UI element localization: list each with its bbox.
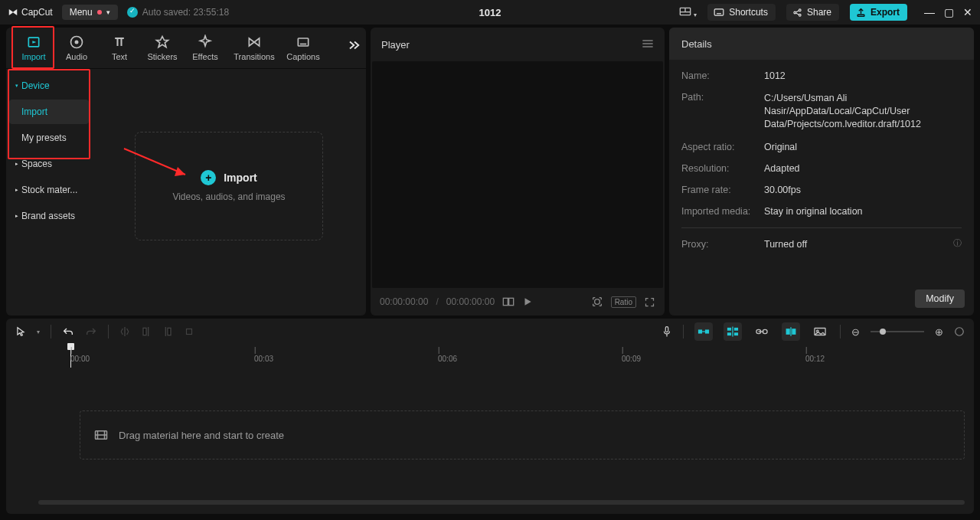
sidebar-stock-material[interactable]: ▸Stock mater... bbox=[9, 178, 89, 202]
tab-effects[interactable]: Effects bbox=[184, 34, 227, 61]
delete-right-button[interactable] bbox=[162, 325, 173, 338]
delete-button[interactable] bbox=[184, 326, 194, 337]
tab-import[interactable]: Import bbox=[12, 34, 55, 61]
details-path-key: Path: bbox=[681, 92, 764, 131]
selection-tool[interactable] bbox=[15, 325, 26, 338]
ratio-button[interactable]: Ratio bbox=[611, 296, 636, 308]
ruler-tick: 00:00 bbox=[70, 346, 90, 363]
sidebar-import[interactable]: Import bbox=[9, 100, 89, 124]
details-name-key: Name: bbox=[681, 70, 764, 81]
timeline-drop-hint[interactable]: Drag material here and start to create bbox=[80, 410, 965, 459]
zoom-slider[interactable] bbox=[871, 331, 924, 332]
export-button[interactable]: Export bbox=[850, 4, 907, 21]
export-icon bbox=[856, 8, 866, 18]
details-title: Details bbox=[669, 28, 974, 60]
svg-rect-45 bbox=[727, 328, 731, 331]
svg-marker-32 bbox=[525, 298, 531, 305]
svg-rect-42 bbox=[698, 329, 702, 333]
preview-axis-button[interactable] bbox=[782, 322, 800, 341]
undo-button[interactable] bbox=[62, 326, 74, 337]
separator bbox=[681, 227, 962, 228]
scale-icon[interactable] bbox=[591, 296, 603, 308]
details-res-key: Resolution: bbox=[681, 163, 764, 174]
keyboard-icon bbox=[714, 8, 724, 17]
share-button[interactable]: Share bbox=[786, 4, 839, 21]
menu-label: Menu bbox=[70, 7, 93, 18]
svg-rect-48 bbox=[734, 332, 738, 335]
effects-icon bbox=[198, 34, 213, 50]
layout-icon[interactable]: ▾ bbox=[679, 6, 697, 19]
ruler-tick: 00:09 bbox=[622, 346, 641, 363]
svg-rect-23 bbox=[298, 38, 308, 46]
zoom-in-button[interactable]: ⊕ bbox=[935, 326, 943, 338]
tab-captions[interactable]: Captions bbox=[282, 34, 325, 61]
help-icon[interactable]: ⓘ bbox=[953, 237, 962, 249]
svg-marker-16 bbox=[32, 41, 36, 43]
svg-rect-30 bbox=[503, 298, 508, 305]
auto-snapping-button[interactable] bbox=[724, 322, 742, 341]
title-bar: CapCut Menu ▾ Auto saved: 23:55:18 1012 … bbox=[0, 0, 980, 25]
menu-notification-dot-icon bbox=[97, 10, 102, 15]
close-button[interactable]: ✕ bbox=[963, 6, 972, 18]
details-name-value: 1012 bbox=[764, 70, 962, 81]
player-controls: 00:00:00:00 / 00:00:00:00 Ratio bbox=[371, 288, 665, 316]
tool-dropdown-icon[interactable]: ▾ bbox=[37, 329, 40, 335]
player-stage[interactable] bbox=[372, 61, 663, 288]
svg-rect-39 bbox=[187, 329, 192, 335]
svg-point-33 bbox=[594, 299, 599, 305]
sidebar-my-presets[interactable]: My presets bbox=[9, 126, 89, 150]
compare-icon[interactable] bbox=[502, 297, 514, 306]
svg-rect-35 bbox=[143, 328, 146, 335]
fullscreen-icon[interactable] bbox=[644, 296, 655, 308]
capcut-logo-icon bbox=[8, 7, 18, 18]
tab-transitions[interactable]: Transitions bbox=[227, 34, 282, 61]
svg-rect-38 bbox=[168, 328, 171, 335]
ruler-tick: 00:06 bbox=[438, 346, 457, 363]
tab-audio[interactable]: Audio bbox=[55, 34, 98, 61]
play-button[interactable] bbox=[522, 296, 533, 307]
film-icon bbox=[94, 430, 108, 440]
shortcuts-button[interactable]: Shortcuts bbox=[707, 4, 776, 21]
delete-left-button[interactable] bbox=[141, 325, 152, 338]
media-sidebar: ▾Device Import My presets ▸Spaces ▸Stock… bbox=[6, 69, 92, 316]
record-audio-button[interactable] bbox=[662, 325, 672, 338]
cover-button[interactable] bbox=[811, 322, 829, 341]
player-panel: Player 00:00:00:00 / 00:00:00:00 Ratio bbox=[371, 28, 665, 316]
audio-icon bbox=[69, 34, 84, 50]
svg-marker-26 bbox=[175, 167, 185, 176]
svg-rect-3 bbox=[714, 9, 724, 15]
details-imported-value: Stay in original location bbox=[764, 206, 962, 217]
svg-point-58 bbox=[956, 328, 964, 336]
tab-stickers[interactable]: Stickers bbox=[141, 34, 184, 61]
project-title[interactable]: 1012 bbox=[479, 7, 501, 18]
linkage-button[interactable] bbox=[753, 322, 771, 341]
app-logo: CapCut bbox=[8, 7, 53, 18]
split-button[interactable] bbox=[119, 325, 130, 338]
sidebar-spaces[interactable]: ▸Spaces bbox=[9, 152, 89, 176]
import-drop-subtitle: Videos, audios, and images bbox=[172, 191, 285, 202]
timeline-panel: ▾ ⊖ ⊕ 00:00 00:03 00:06 00:09 00:12 bbox=[6, 319, 974, 514]
app-name: CapCut bbox=[21, 7, 53, 18]
redo-button[interactable] bbox=[85, 326, 97, 337]
maximize-button[interactable]: ▢ bbox=[944, 6, 954, 18]
svg-marker-22 bbox=[157, 37, 168, 47]
player-menu-icon[interactable] bbox=[642, 39, 654, 51]
menu-button[interactable]: Menu ▾ bbox=[62, 5, 118, 20]
sidebar-device[interactable]: ▾Device bbox=[9, 74, 89, 98]
tabs-scroll-right-icon[interactable] bbox=[348, 40, 361, 53]
minimize-button[interactable]: — bbox=[924, 6, 935, 18]
check-circle-icon bbox=[127, 7, 138, 18]
svg-rect-31 bbox=[509, 298, 514, 305]
share-icon bbox=[792, 8, 802, 18]
sidebar-brand-assets[interactable]: ▸Brand assets bbox=[9, 204, 89, 228]
timeline-scrollbar[interactable] bbox=[15, 500, 965, 509]
timeline-ruler[interactable]: 00:00 00:03 00:06 00:09 00:12 bbox=[70, 345, 965, 361]
modify-button[interactable]: Modify bbox=[915, 289, 965, 308]
autosave-status: Auto saved: 23:55:18 bbox=[127, 7, 229, 18]
zoom-out-button[interactable]: ⊖ bbox=[851, 326, 860, 338]
details-panel: Details Name:1012 Path:C:/Users/Usman Al… bbox=[669, 28, 974, 316]
zoom-fit-button[interactable] bbox=[954, 326, 965, 337]
timeline-tracks[interactable]: Drag material here and start to create bbox=[6, 361, 974, 500]
tab-text[interactable]: Text bbox=[98, 34, 141, 61]
main-track-magnet-button[interactable] bbox=[694, 322, 713, 341]
